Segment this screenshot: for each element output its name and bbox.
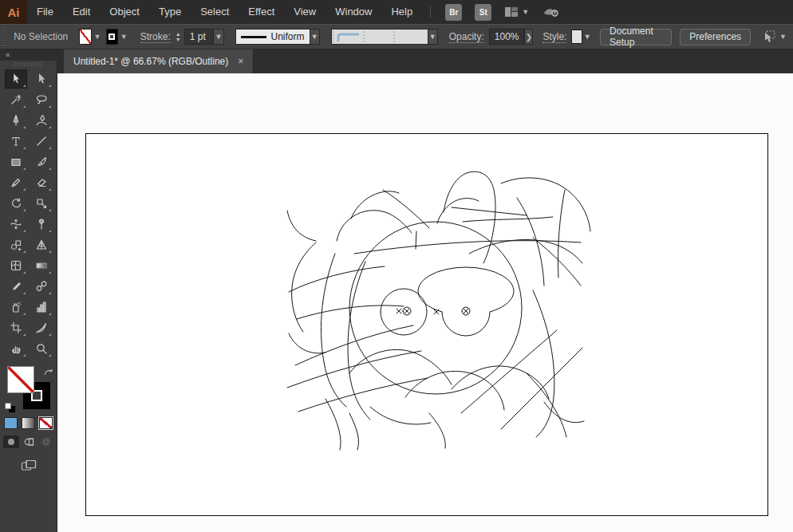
tool-direct-selection[interactable] — [30, 69, 53, 89]
mesh-tool-icon — [10, 259, 22, 272]
default-fill-stroke-icon[interactable] — [5, 403, 15, 412]
tool-width[interactable] — [5, 215, 27, 234]
opacity-field[interactable]: 100% — [489, 29, 525, 45]
rotate-tool-icon — [10, 197, 22, 210]
tool-slice[interactable] — [30, 318, 53, 337]
menu-window[interactable]: Window — [325, 0, 381, 24]
preferences-button[interactable]: Preferences — [680, 29, 751, 45]
control-bar: No Selection ▼ ▼ Stroke: ▲ ▼ 1 pt ▼ Unif… — [0, 24, 793, 49]
tool-lasso[interactable] — [30, 90, 53, 109]
document-tab[interactable]: Untitled-1* @ 66.67% (RGB/Outline) × — [64, 49, 254, 73]
tool-paintbrush[interactable] — [30, 152, 53, 171]
line-segment-tool-icon — [35, 135, 48, 148]
stroke-profile-preview — [241, 36, 266, 38]
tool-symbol-sprayer[interactable] — [5, 298, 27, 317]
style-chevron[interactable]: ▼ — [582, 29, 592, 45]
draw-behind-icon — [23, 437, 34, 447]
app-logo-icon: Ai — [0, 0, 27, 24]
stroke-weight-stepper[interactable]: ▲ ▼ — [176, 32, 181, 42]
tool-perspective-grid[interactable] — [30, 235, 53, 254]
tool-blend[interactable] — [30, 277, 53, 296]
color-button[interactable] — [4, 417, 18, 429]
menu-file[interactable]: File — [27, 0, 63, 24]
menu-effect[interactable]: Effect — [239, 0, 284, 24]
stroke-label[interactable]: Stroke: — [140, 31, 171, 43]
draw-inside-button[interactable] — [38, 435, 54, 448]
fill-color-swatch[interactable] — [79, 29, 91, 45]
brush-definition-chevron[interactable]: ▼ — [428, 29, 438, 45]
tool-hand[interactable] — [5, 339, 27, 358]
tool-artboard[interactable] — [5, 318, 27, 337]
tool-gradient[interactable] — [30, 256, 53, 275]
selection-tool-options[interactable]: ▼ — [760, 30, 787, 44]
menu-object[interactable]: Object — [100, 0, 149, 24]
brush-preview-icon — [332, 30, 428, 44]
brush-definition-dropdown[interactable] — [331, 29, 428, 45]
tool-curvature[interactable] — [30, 111, 53, 130]
menu-edit[interactable]: Edit — [63, 0, 100, 24]
style-label[interactable]: Style: — [542, 31, 566, 43]
stock-button[interactable]: St — [475, 4, 491, 21]
tool-shape-builder[interactable] — [5, 235, 27, 254]
menu-select[interactable]: Select — [191, 0, 239, 24]
tool-selection[interactable] — [5, 69, 27, 89]
close-icon[interactable]: × — [238, 57, 243, 66]
opacity-expand-arrow[interactable]: ❯ — [524, 29, 533, 45]
eyedropper-tool-icon — [10, 280, 22, 293]
panel-grip[interactable] — [2, 28, 6, 45]
screen-mode-button[interactable] — [0, 459, 57, 471]
opacity-label[interactable]: Opacity: — [449, 31, 484, 43]
draw-behind-button[interactable] — [21, 435, 37, 448]
tool-puppet-warp[interactable] — [30, 215, 53, 234]
draw-inside-icon — [41, 437, 52, 447]
dock-collapse-button[interactable]: « — [0, 49, 57, 61]
tool-rotate[interactable] — [5, 194, 27, 213]
tools-panel — [0, 68, 57, 358]
width-profile-dropdown[interactable]: Uniform — [235, 29, 310, 45]
tool-rectangle[interactable] — [5, 152, 27, 171]
workspace-switcher[interactable]: ▼ — [504, 6, 529, 18]
swap-fill-stroke-icon[interactable] — [43, 366, 53, 380]
lasso-tool-icon — [35, 93, 48, 106]
tools-panel-grip[interactable] — [0, 61, 57, 68]
puppet-warp-tool-icon — [35, 218, 48, 231]
style-swatch[interactable] — [571, 30, 582, 44]
menu-bar: Ai File Edit Object Type Select Effect V… — [0, 0, 793, 24]
tool-pencil[interactable] — [5, 173, 27, 192]
width-profile-chevron[interactable]: ▼ — [310, 29, 320, 45]
width-profile-value: Uniform — [271, 31, 305, 42]
direct-selection-tool-icon — [35, 73, 48, 85]
tool-mesh[interactable] — [5, 256, 27, 275]
pencil-tool-icon — [10, 176, 22, 189]
tool-scale[interactable] — [30, 194, 53, 213]
tool-line-segment[interactable] — [30, 132, 53, 151]
tool-pen[interactable] — [5, 111, 27, 130]
stroke-color-swatch[interactable] — [106, 29, 118, 45]
stroke-weight-dropdown[interactable]: ▼ — [214, 29, 223, 45]
menu-help[interactable]: Help — [381, 0, 422, 24]
scale-tool-icon — [35, 197, 48, 210]
sync-status[interactable] — [542, 6, 559, 18]
tool-eyedropper[interactable] — [5, 277, 27, 296]
tool-type[interactable] — [5, 132, 27, 151]
document-setup-button[interactable]: Document Setup — [600, 29, 672, 45]
menu-view[interactable]: View — [284, 0, 325, 24]
chevron-down-icon[interactable]: ▼ — [94, 33, 101, 41]
fill-swatch-none[interactable] — [7, 366, 34, 393]
gradient-button[interactable] — [22, 417, 35, 429]
none-button[interactable] — [39, 417, 53, 429]
draw-normal-button[interactable] — [3, 435, 19, 448]
bridge-button[interactable]: Br — [445, 4, 462, 21]
document-canvas[interactable] — [57, 73, 793, 532]
tool-eraser[interactable] — [30, 173, 53, 192]
chevron-down-icon[interactable]: ▼ — [120, 33, 128, 41]
pen-tool-icon — [10, 114, 22, 127]
stroke-weight-field[interactable]: 1 pt — [184, 29, 215, 45]
menu-type[interactable]: Type — [149, 0, 191, 24]
tool-column-graph[interactable] — [30, 298, 53, 317]
workspace-grid-icon — [504, 6, 519, 18]
tool-magic-wand[interactable] — [5, 90, 27, 109]
symbol-sprayer-tool-icon — [10, 301, 22, 313]
artboard[interactable] — [85, 133, 768, 516]
tool-zoom[interactable] — [30, 339, 53, 358]
